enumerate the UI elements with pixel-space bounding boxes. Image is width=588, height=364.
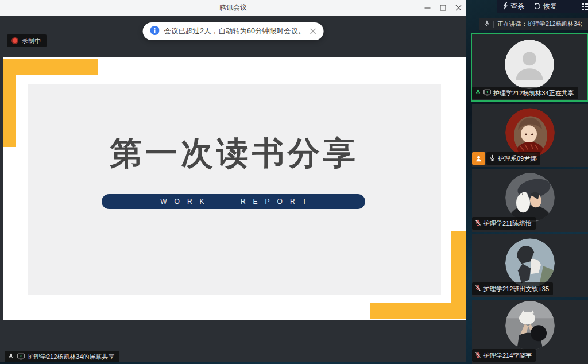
avatar-photo-outdoor [505,238,555,288]
virus-scan-label: 查杀 [510,2,524,11]
titlebar[interactable]: 腾讯会议 [0,0,466,16]
minimize-button[interactable] [424,5,431,11]
mic-on-icon [489,153,496,164]
participant-name: 护理学212班田文钦+35 [483,285,549,293]
screen-share-icon [17,352,25,362]
divider [493,21,494,28]
close-button[interactable] [455,5,462,11]
speaking-indicator-bar: 正在讲话：护理学212杨凯林34; [479,18,588,30]
shared-slide: 第一次读书分享 WORK REPORT [3,57,466,320]
participant-label-row: 护理学214李晓宇 [472,349,536,362]
participant-name: 护理学211陈培怡 [483,219,532,228]
slide-accent-bottom-right-horizontal [370,303,466,319]
avatar-placeholder [505,40,554,89]
participant-tile-sharing[interactable]: 护理学212杨凯林34正在共享 [471,33,588,102]
screen-share-view: 会议已超过2人，自动转为60分钟限时会议。 录制中 第一次读书分享 WORK [0,16,466,362]
meeting-limit-toast: 会议已超过2人，自动转为60分钟限时会议。 [143,22,324,40]
screen-share-source-badge: 护理学212杨凯林34的屏幕共享 [5,351,119,362]
meeting-window: 腾讯会议 会议已超过2人，自动转为60分钟限时会议。 [0,0,466,362]
restore-button[interactable]: 恢复 [533,2,557,11]
participant-tile[interactable]: 护理学211陈培怡 [472,169,588,232]
mic-icon [8,352,14,362]
menu-grid-icon[interactable] [582,3,588,11]
restore-label: 恢复 [543,2,557,11]
name-badge: 护理学211陈培怡 [472,217,536,230]
name-badge: 护理系09尹娜 [486,152,540,165]
participant-name: 护理学214李晓宇 [483,351,532,360]
name-badge: 护理学214李晓宇 [472,349,536,362]
screen-share-icon [483,88,491,98]
recording-label: 录制中 [22,37,41,45]
slide-card: 第一次读书分享 WORK REPORT [28,84,441,295]
slide-banner: WORK REPORT [102,194,365,209]
desktop: 查杀 恢复 腾讯会议 [0,0,588,364]
toast-close-icon[interactable] [310,26,316,37]
mic-muted-icon [475,218,481,229]
slide-banner-text: WORK REPORT [153,198,314,206]
virus-scan-button[interactable]: 查杀 [502,2,524,11]
window-title: 腾讯会议 [219,3,247,13]
host-badge [472,152,485,165]
maximize-button[interactable] [440,5,446,11]
recording-badge: 录制中 [7,34,47,47]
name-badge: 护理学212杨凯林34正在共享 [472,87,578,99]
avatar-photo-cat-lift [505,301,555,350]
mic-icon [483,19,490,29]
participant-label-row: 护理系09尹娜 [472,152,540,165]
toast-message: 会议已超过2人，自动转为60分钟限时会议。 [164,26,305,36]
slide-accent-top-left-horizontal [3,59,98,75]
participant-label-row: 护理学212杨凯林34正在共享 [472,87,578,99]
recording-dot-icon [11,37,18,44]
avatar-photo-hat-cat [505,173,555,222]
participant-tile[interactable]: 护理系09尹娜 [472,104,588,167]
speaking-now-text: 正在讲话：护理学212杨凯林34; [497,20,582,28]
mic-muted-icon [475,284,481,294]
info-icon [150,26,160,37]
share-source-label: 护理学212杨凯林34的屏幕共享 [28,353,115,361]
participant-label-row: 护理学212班田文钦+35 [472,282,553,295]
antivirus-toolbar: 查杀 恢复 [497,0,588,13]
slide-title: 第一次读书分享 [28,132,441,176]
participant-tile[interactable]: 护理学212班田文钦+35 [472,234,588,297]
participant-tile[interactable]: 护理学214李晓宇 [472,300,588,364]
name-badge: 护理学212班田文钦+35 [472,282,553,295]
undo-arrow-icon [533,2,541,11]
participant-name: 护理系09尹娜 [498,154,536,163]
participant-name: 护理学212杨凯林34正在共享 [493,89,574,98]
mic-muted-icon [475,350,481,361]
window-controls [424,0,462,16]
avatar-anime-girl [505,108,555,157]
lightning-icon [502,2,508,11]
participant-label-row: 护理学211陈培怡 [472,217,536,230]
mic-on-icon [475,88,481,98]
